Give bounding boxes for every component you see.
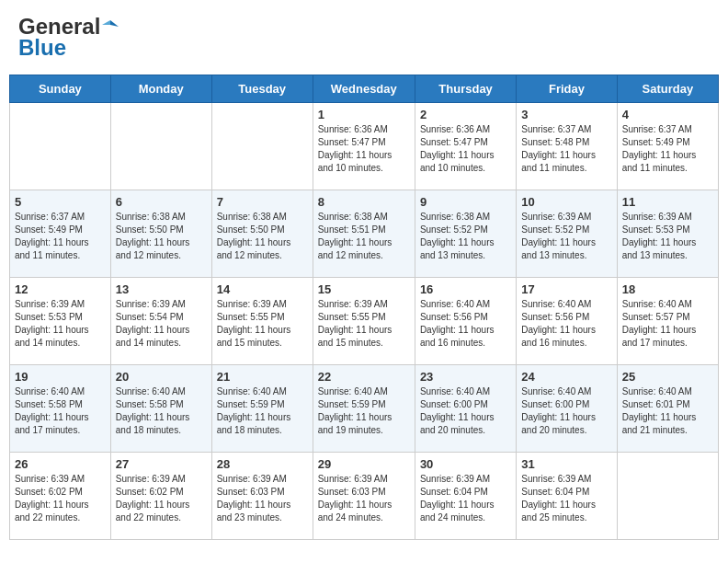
calendar-cell: 29Sunrise: 6:39 AM Sunset: 6:03 PM Dayli… [313,453,415,540]
day-number: 8 [318,195,410,209]
day-info: Sunrise: 6:40 AM Sunset: 6:00 PM Dayligh… [420,385,511,437]
day-number: 12 [15,282,106,296]
calendar-cell: 28Sunrise: 6:39 AM Sunset: 6:03 PM Dayli… [211,453,313,540]
day-info: Sunrise: 6:40 AM Sunset: 5:59 PM Dayligh… [217,385,308,437]
weekday-header-tuesday: Tuesday [211,75,313,103]
day-number: 16 [420,282,511,296]
weekday-header-friday: Friday [517,75,617,103]
week-row-4: 19Sunrise: 6:40 AM Sunset: 5:58 PM Dayli… [10,365,719,453]
day-number: 21 [217,370,308,384]
day-info: Sunrise: 6:40 AM Sunset: 5:56 PM Dayligh… [420,298,511,350]
day-info: Sunrise: 6:39 AM Sunset: 6:02 PM Dayligh… [116,473,207,524]
logo-bird-icon [102,18,119,35]
week-row-2: 5Sunrise: 6:37 AM Sunset: 5:49 PM Daylig… [10,190,719,278]
calendar-cell: 26Sunrise: 6:39 AM Sunset: 6:02 PM Dayli… [10,453,111,540]
page-header: General Blue [9,9,719,65]
weekday-header-monday: Monday [110,75,211,103]
calendar-cell: 18Sunrise: 6:40 AM Sunset: 5:57 PM Dayli… [617,278,718,365]
day-number: 15 [318,282,410,296]
day-number: 10 [521,195,611,209]
day-info: Sunrise: 6:40 AM Sunset: 5:58 PM Dayligh… [116,385,207,437]
calendar-cell: 24Sunrise: 6:40 AM Sunset: 6:00 PM Dayli… [517,365,617,453]
calendar-cell: 25Sunrise: 6:40 AM Sunset: 6:01 PM Dayli… [617,365,718,453]
day-info: Sunrise: 6:40 AM Sunset: 6:00 PM Dayligh… [521,385,611,437]
week-row-3: 12Sunrise: 6:39 AM Sunset: 5:53 PM Dayli… [10,278,719,365]
calendar-cell [110,103,211,190]
day-number: 24 [521,370,611,384]
day-info: Sunrise: 6:39 AM Sunset: 5:53 PM Dayligh… [622,211,713,262]
day-info: Sunrise: 6:39 AM Sunset: 6:04 PM Dayligh… [420,473,511,524]
day-info: Sunrise: 6:40 AM Sunset: 5:59 PM Dayligh… [318,385,410,437]
weekday-header-thursday: Thursday [415,75,516,103]
calendar-cell: 20Sunrise: 6:40 AM Sunset: 5:58 PM Dayli… [110,365,211,453]
calendar-cell: 21Sunrise: 6:40 AM Sunset: 5:59 PM Dayli… [211,365,313,453]
day-info: Sunrise: 6:36 AM Sunset: 5:47 PM Dayligh… [420,123,511,175]
calendar-cell: 15Sunrise: 6:39 AM Sunset: 5:55 PM Dayli… [313,278,415,365]
day-number: 27 [116,457,207,471]
weekday-header-row: SundayMondayTuesdayWednesdayThursdayFrid… [10,75,719,103]
calendar-cell: 16Sunrise: 6:40 AM Sunset: 5:56 PM Dayli… [415,278,516,365]
calendar-cell: 27Sunrise: 6:39 AM Sunset: 6:02 PM Dayli… [110,453,211,540]
calendar-cell: 23Sunrise: 6:40 AM Sunset: 6:00 PM Dayli… [415,365,516,453]
day-number: 25 [622,370,713,384]
day-number: 6 [116,195,207,209]
day-number: 30 [420,457,511,471]
calendar-cell: 22Sunrise: 6:40 AM Sunset: 5:59 PM Dayli… [313,365,415,453]
day-info: Sunrise: 6:39 AM Sunset: 5:54 PM Dayligh… [116,298,207,350]
calendar-cell: 19Sunrise: 6:40 AM Sunset: 5:58 PM Dayli… [10,365,111,453]
calendar-cell: 31Sunrise: 6:39 AM Sunset: 6:04 PM Dayli… [517,453,617,540]
svg-marker-0 [110,20,119,27]
calendar-cell: 7Sunrise: 6:38 AM Sunset: 5:50 PM Daylig… [211,190,313,278]
calendar-cell [10,103,111,190]
day-info: Sunrise: 6:39 AM Sunset: 5:52 PM Dayligh… [521,211,611,262]
day-info: Sunrise: 6:37 AM Sunset: 5:49 PM Dayligh… [15,211,106,262]
day-number: 20 [116,370,207,384]
calendar-table: SundayMondayTuesdayWednesdayThursdayFrid… [9,75,719,540]
logo-blue: Blue [18,35,66,61]
logo: General Blue [18,14,119,61]
calendar-cell: 9Sunrise: 6:38 AM Sunset: 5:52 PM Daylig… [415,190,516,278]
day-number: 28 [217,457,308,471]
calendar-cell: 4Sunrise: 6:37 AM Sunset: 5:49 PM Daylig… [617,103,718,190]
day-info: Sunrise: 6:40 AM Sunset: 5:57 PM Dayligh… [622,298,713,350]
weekday-header-sunday: Sunday [10,75,111,103]
day-info: Sunrise: 6:38 AM Sunset: 5:52 PM Dayligh… [420,211,511,262]
calendar-cell: 11Sunrise: 6:39 AM Sunset: 5:53 PM Dayli… [617,190,718,278]
calendar-cell [211,103,313,190]
calendar-cell: 8Sunrise: 6:38 AM Sunset: 5:51 PM Daylig… [313,190,415,278]
day-info: Sunrise: 6:38 AM Sunset: 5:50 PM Dayligh… [116,211,207,262]
day-info: Sunrise: 6:40 AM Sunset: 5:56 PM Dayligh… [521,298,611,350]
day-number: 3 [521,108,611,121]
day-info: Sunrise: 6:39 AM Sunset: 5:55 PM Dayligh… [318,298,410,350]
day-info: Sunrise: 6:38 AM Sunset: 5:51 PM Dayligh… [318,211,410,262]
day-info: Sunrise: 6:40 AM Sunset: 6:01 PM Dayligh… [622,385,713,437]
day-info: Sunrise: 6:39 AM Sunset: 6:03 PM Dayligh… [217,473,308,524]
day-info: Sunrise: 6:38 AM Sunset: 5:50 PM Dayligh… [217,211,308,262]
day-number: 26 [15,457,106,471]
day-number: 13 [116,282,207,296]
calendar-cell: 3Sunrise: 6:37 AM Sunset: 5:48 PM Daylig… [517,103,617,190]
weekday-header-saturday: Saturday [617,75,718,103]
svg-marker-1 [102,20,110,25]
calendar-cell: 30Sunrise: 6:39 AM Sunset: 6:04 PM Dayli… [415,453,516,540]
day-info: Sunrise: 6:39 AM Sunset: 5:53 PM Dayligh… [15,298,106,350]
day-info: Sunrise: 6:40 AM Sunset: 5:58 PM Dayligh… [15,385,106,437]
day-number: 14 [217,282,308,296]
day-info: Sunrise: 6:39 AM Sunset: 6:04 PM Dayligh… [521,473,611,524]
day-number: 18 [622,282,713,296]
day-number: 11 [622,195,713,209]
calendar-cell: 14Sunrise: 6:39 AM Sunset: 5:55 PM Dayli… [211,278,313,365]
day-info: Sunrise: 6:39 AM Sunset: 6:02 PM Dayligh… [15,473,106,524]
day-number: 29 [318,457,410,471]
calendar-cell: 17Sunrise: 6:40 AM Sunset: 5:56 PM Dayli… [517,278,617,365]
calendar-cell [617,453,718,540]
day-info: Sunrise: 6:37 AM Sunset: 5:48 PM Dayligh… [521,123,611,175]
calendar-cell: 13Sunrise: 6:39 AM Sunset: 5:54 PM Dayli… [110,278,211,365]
day-number: 1 [318,108,410,121]
week-row-1: 1Sunrise: 6:36 AM Sunset: 5:47 PM Daylig… [10,103,719,190]
calendar-cell: 1Sunrise: 6:36 AM Sunset: 5:47 PM Daylig… [313,103,415,190]
weekday-header-wednesday: Wednesday [313,75,415,103]
day-number: 2 [420,108,511,121]
day-info: Sunrise: 6:39 AM Sunset: 6:03 PM Dayligh… [318,473,410,524]
day-number: 4 [622,108,713,121]
